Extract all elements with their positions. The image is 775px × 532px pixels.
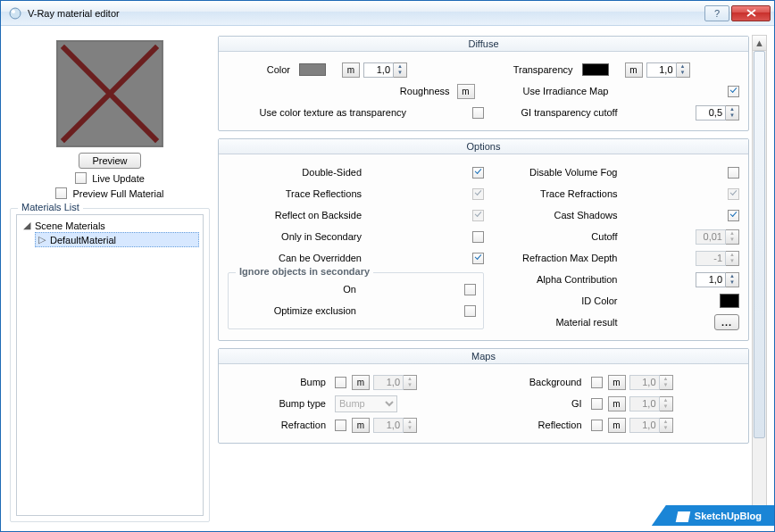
optimize-exclusion-checkbox[interactable] [464,305,476,317]
cast-shadows-checkbox[interactable] [728,210,739,221]
material-result-button[interactable]: ... [714,314,739,330]
reflection-map-label: Reflection [484,420,591,430]
section-maps-header[interactable]: Maps [219,349,748,364]
tex-as-transparency-label: Use color texture as transparency [228,107,415,118]
live-update-checkbox[interactable] [75,172,87,184]
preview-button[interactable]: Preview [79,153,140,169]
gi-cutoff-label: GI transparency cutoff [484,107,627,118]
refr-max-depth-label: Refraction Max Depth [484,253,627,263]
window-title: V-Ray material editor [28,8,703,19]
close-button[interactable] [731,5,771,21]
reflection-enable-checkbox[interactable] [591,420,603,431]
live-update-label: Live Update [92,173,145,184]
can-override-label: Can be Overridden [228,253,371,263]
reflection-map-button[interactable]: m [608,418,626,433]
diffuse-color-swatch[interactable] [299,63,326,76]
id-color-swatch[interactable] [720,294,739,308]
diffuse-color-map-button[interactable]: m [342,62,360,78]
reflect-backside-label: Reflect on Backside [228,210,371,220]
trace-reflections-checkbox [472,188,484,200]
only-secondary-checkbox[interactable] [472,231,484,243]
preview-full-material-label: Preview Full Material [72,188,163,199]
materials-list-title: Materials List [18,202,83,212]
bump-map-button[interactable]: m [352,375,370,390]
preview-area: Preview Live Update Preview Full Materia… [10,35,210,199]
section-diffuse: Diffuse Color m ▲▼ [218,36,749,131]
trace-refractions-checkbox [728,188,739,200]
gi-map-button[interactable]: m [608,396,626,411]
ignore-on-checkbox[interactable] [464,284,476,295]
id-color-label: ID Color [484,295,627,306]
bump-type-select: Bump [335,395,397,412]
refr-max-depth-spinner: ▲▼ [696,251,739,266]
irradiance-checkbox[interactable] [728,86,739,97]
only-secondary-label: Only in Secondary [228,231,371,242]
ignore-objects-group: Ignore objects in secondary On Optimize … [228,272,484,329]
material-result-label: Material result [484,317,627,328]
double-sided-checkbox[interactable] [472,167,484,179]
bump-enable-checkbox[interactable] [335,377,346,388]
preview-full-material-checkbox[interactable] [55,187,67,199]
optimize-exclusion-label: Optimize exclusion [236,305,365,316]
material-preview-thumbnail [56,40,163,147]
section-diffuse-header[interactable]: Diffuse [219,37,748,52]
bump-type-label: Bump type [228,398,335,409]
background-map-button[interactable]: m [608,375,626,390]
app-icon [8,6,22,21]
diffuse-color-amount-spinner[interactable]: ▲▼ [363,62,407,78]
refraction-map-label: Refraction [228,420,335,430]
reflect-backside-checkbox [472,210,484,221]
materials-tree[interactable]: ◢ Scene Materials ▷ DefaultMaterial [16,214,204,516]
svg-point-0 [10,8,21,19]
cast-shadows-label: Cast Shadows [484,210,627,220]
bump-label: Bump [228,377,335,387]
cutoff-spinner: ▲▼ [696,229,739,245]
diffuse-transparency-map-button[interactable]: m [625,62,643,78]
trace-reflections-label: Trace Reflections [228,188,371,199]
section-maps: Maps Bumpm▲▼ Bump typeBump Refractionm▲▼… [218,348,749,444]
diffuse-color-label: Color [228,64,299,75]
tree-root-label: Scene Materials [35,220,105,231]
diffuse-transparency-label: Transparency [484,64,582,75]
svg-point-1 [12,10,15,13]
scroll-thumb[interactable] [754,51,765,438]
scroll-track[interactable] [753,51,766,506]
disable-vol-fog-label: Disable Volume Fog [484,167,627,178]
tree-item-label: DefaultMaterial [50,235,116,245]
gi-enable-checkbox[interactable] [591,398,603,410]
section-options-header[interactable]: Options [219,139,748,154]
background-map-label: Background [484,377,591,387]
refraction-enable-checkbox[interactable] [335,420,346,431]
gi-map-label: GI [484,398,591,409]
watermark-label: SketchUpBlog [695,511,762,521]
double-sided-label: Double-Sided [228,167,371,178]
live-update-row: Live Update [10,172,210,184]
refraction-spinner: ▲▼ [373,418,417,433]
tree-item-default-material[interactable]: ▷ DefaultMaterial [35,232,199,247]
background-enable-checkbox[interactable] [591,377,603,388]
diffuse-transparency-swatch[interactable] [582,63,609,76]
help-button[interactable]: ? [704,5,729,21]
diffuse-transparency-amount-spinner[interactable]: ▲▼ [646,62,690,78]
refraction-map-button[interactable]: m [352,418,370,433]
ignore-objects-title: Ignore objects in secondary [236,266,373,277]
irradiance-label: Use Irradiance Map [484,86,618,96]
tree-expand-icon[interactable]: ▷ [38,234,46,245]
alpha-contrib-spinner[interactable]: ▲▼ [696,272,739,287]
disable-vol-fog-checkbox[interactable] [728,167,739,179]
background-spinner: ▲▼ [629,375,673,390]
reflection-spinner: ▲▼ [629,418,673,433]
tex-as-transparency-checkbox[interactable] [472,107,484,119]
tree-collapse-icon[interactable]: ◢ [22,220,31,231]
section-options: Options Double-Sided Trace Reflections R… [218,138,749,341]
titlebar: V-Ray material editor ? [1,1,774,26]
gi-cutoff-spinner[interactable]: ▲▼ [696,105,739,121]
ignore-on-label: On [236,284,365,295]
watermark-icon [676,511,691,522]
can-override-checkbox[interactable] [472,253,484,264]
vertical-scrollbar[interactable]: ▲ ▼ [752,35,767,522]
scroll-up-arrow[interactable]: ▲ [753,36,766,51]
watermark: SketchUpBlog [652,505,774,526]
roughness-map-button[interactable]: m [457,84,475,99]
tree-root-scene-materials[interactable]: ◢ Scene Materials [21,219,199,232]
